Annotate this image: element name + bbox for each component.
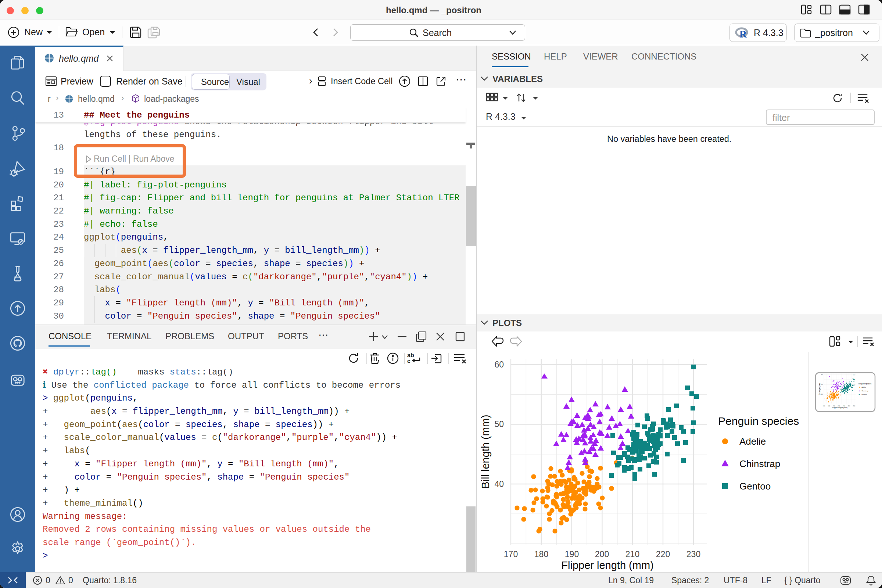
svg-text:190: 190 (565, 549, 579, 559)
svg-text:50: 50 (494, 419, 504, 429)
svg-text:170: 170 (504, 549, 518, 559)
svg-text:Chinstrap: Chinstrap (740, 458, 780, 469)
svg-text:Bill length (mm): Bill length (mm) (480, 414, 491, 488)
svg-text:Adelie: Adelie (740, 436, 766, 447)
svg-text:180: 180 (534, 549, 548, 559)
svg-text:Gentoo: Gentoo (740, 481, 771, 492)
svg-text:210: 210 (626, 549, 639, 559)
svg-text:220: 220 (656, 549, 670, 559)
svg-text:230: 230 (687, 549, 700, 559)
svg-text:200: 200 (595, 549, 609, 559)
svg-text:Penguin species: Penguin species (718, 415, 799, 427)
svg-text:60: 60 (494, 360, 504, 369)
svg-text:40: 40 (494, 479, 504, 489)
svg-text:Flipper length (mm): Flipper length (mm) (561, 560, 653, 571)
